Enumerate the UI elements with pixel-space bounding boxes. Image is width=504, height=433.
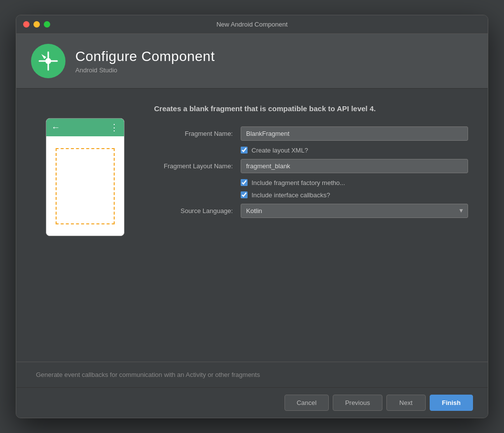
source-language-select[interactable]: Kotlin Java [241, 204, 468, 218]
bottom-description-text: Generate event callbacks for communicati… [36, 370, 468, 380]
fragment-layout-name-row: Fragment Layout Name: [154, 159, 468, 173]
header-text: Configure Component Android Studio [75, 49, 215, 74]
form-description: Creates a blank fragment that is compati… [154, 103, 468, 115]
form-area: Creates a blank fragment that is compati… [154, 103, 468, 347]
maximize-button[interactable] [44, 21, 50, 28]
minimize-button[interactable] [33, 21, 40, 28]
cancel-button[interactable]: Cancel [284, 395, 329, 411]
include-interface-callbacks-label: Include interface callbacks? [252, 191, 330, 199]
menu-dots-icon: ⋮ [110, 122, 119, 133]
header-title: Configure Component [75, 49, 215, 64]
source-language-row: Source Language: Kotlin Java ▼ [154, 204, 468, 218]
title-bar: New Android Component [16, 15, 488, 34]
content-placeholder [56, 148, 115, 224]
main-window: New Android Component Configure Componen… [16, 15, 488, 418]
preview-area: ← ⋮ [36, 103, 134, 347]
phone-mockup: ← ⋮ [46, 118, 125, 236]
content-area: ← ⋮ Creates a blank fragment that is com… [16, 89, 488, 362]
fragment-name-row: Fragment Name: [154, 126, 468, 141]
window-title: New Android Component [217, 21, 288, 28]
source-language-label: Source Language: [154, 207, 233, 215]
include-factory-methods-label: Include fragment factory metho... [252, 179, 345, 186]
svg-point-5 [45, 58, 51, 64]
fragment-layout-name-label: Fragment Layout Name: [154, 162, 233, 170]
fragment-layout-name-input[interactable] [241, 159, 468, 173]
header: Configure Component Android Studio [16, 34, 488, 89]
source-language-wrapper: Kotlin Java ▼ [241, 204, 468, 218]
create-layout-xml-row: Create layout XML? [241, 147, 468, 154]
phone-toolbar: ← ⋮ [46, 119, 124, 136]
create-layout-xml-checkbox[interactable] [241, 147, 248, 154]
back-arrow-icon: ← [51, 123, 60, 133]
previous-button[interactable]: Previous [333, 395, 382, 411]
fragment-name-input[interactable] [241, 126, 468, 141]
include-factory-methods-row: Include fragment factory metho... [241, 179, 468, 186]
phone-content [46, 136, 124, 236]
bottom-description-area: Generate event callbacks for communicati… [16, 362, 488, 388]
traffic-lights [23, 21, 50, 28]
create-layout-xml-label: Create layout XML? [252, 147, 308, 154]
header-subtitle: Android Studio [75, 66, 215, 74]
finish-button[interactable]: Finish [430, 395, 473, 411]
android-studio-icon [37, 50, 59, 72]
logo [31, 44, 65, 78]
fragment-name-label: Fragment Name: [154, 130, 233, 137]
include-factory-methods-checkbox[interactable] [241, 179, 248, 186]
include-interface-callbacks-checkbox[interactable] [241, 191, 248, 198]
next-button[interactable]: Next [386, 395, 426, 411]
close-button[interactable] [23, 21, 30, 28]
footer: Cancel Previous Next Finish [16, 387, 488, 418]
include-interface-callbacks-row: Include interface callbacks? [241, 191, 468, 199]
